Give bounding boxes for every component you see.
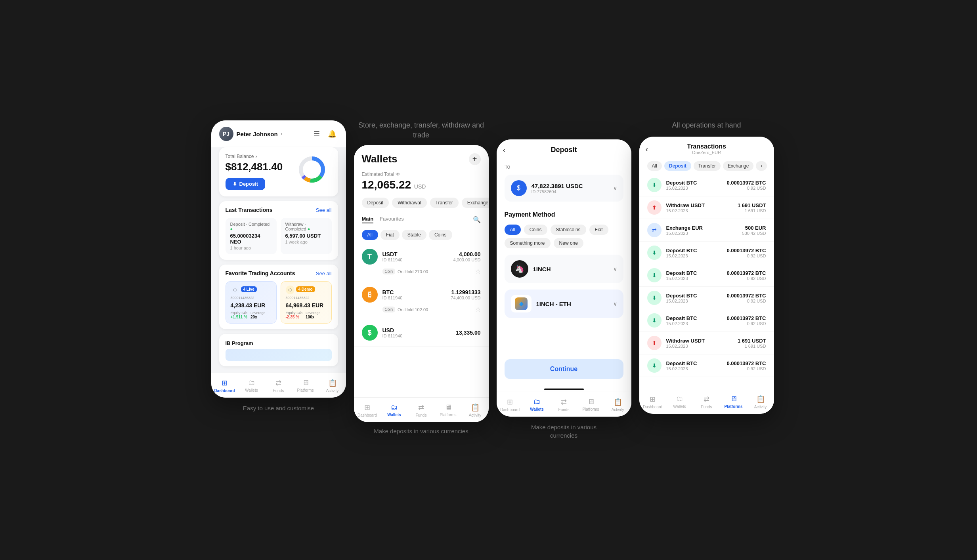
p2-nav-activity[interactable]: 📋 Activity [462, 402, 489, 419]
trading-card-live[interactable]: ⬡ 4 Live 300011435322 4,238.43 EUR Equit… [226, 281, 277, 324]
p3-nav-funds[interactable]: ⇄ Funds [551, 396, 577, 413]
last-tx-see-all[interactable]: See all [316, 207, 332, 213]
tx-row-3[interactable]: ⬇ Deposit BTC 15.02.2023 0.00013972 BTC … [639, 242, 774, 264]
tx-usd-0: 0.92 USD [727, 186, 766, 190]
search-button[interactable]: 🔍 [473, 216, 481, 223]
wallet-usd[interactable]: $ USD ID 611940 13,335.00 [354, 319, 489, 347]
p2-nav-wallets[interactable]: 🗂 Wallets [381, 402, 408, 419]
tx-row-8[interactable]: ⬇ Deposit BTC 15.02.2023 0.00013972 BTC … [639, 354, 774, 377]
bell-icon[interactable]: 🔔 [326, 128, 338, 140]
coin-tab-fiat[interactable]: Fiat [380, 230, 400, 240]
tx-tab-deposit[interactable]: Deposit [664, 161, 691, 171]
p4-nav-funds[interactable]: ⇄ Funds [693, 393, 720, 411]
trading-card-demo[interactable]: ⬡ 4 Demo 300011435322 64,968.43 EUR Equi… [281, 281, 332, 324]
filter-withdrawal[interactable]: Withdrawal [392, 198, 426, 208]
tx-row-2[interactable]: ⇄ Exchange EUR 15.02.2023 500 EUR 530.42… [639, 219, 774, 242]
p4-nav-funds-label: Funds [701, 405, 712, 409]
coin-tab-coins[interactable]: Coins [429, 230, 452, 240]
balance-inner: Total Balance › $812,481.40 ⬇ Deposit [226, 154, 332, 190]
payment-tab-something-more[interactable]: Something more [505, 238, 551, 248]
back-button[interactable]: ‹ [503, 145, 506, 154]
tx-tab-more[interactable]: › [756, 161, 767, 171]
p4-nav-wallets[interactable]: 🗂 Wallets [666, 393, 693, 411]
tx-row-5[interactable]: ⬇ Deposit BTC 15.02.2023 0.00013972 BTC … [639, 287, 774, 309]
deposit-button[interactable]: ⬇ Deposit [226, 178, 266, 190]
p4-back-button[interactable]: ‹ [646, 145, 648, 154]
account-selector[interactable]: $ 47,822.3891 USDC ID:77582604 ∨ [505, 175, 623, 202]
payment-tab-new-one[interactable]: New one [554, 238, 583, 248]
tab-main[interactable]: Main [362, 216, 374, 223]
phone3-header: ‹ Deposit [497, 139, 631, 160]
tx-row-1[interactable]: ⬆ Withdraw USDT 15.02.2023 1 691 USDT 1 … [639, 196, 774, 219]
tx-tab-exchange[interactable]: Exchange [723, 161, 753, 171]
tab-favourites[interactable]: Favourites [380, 216, 404, 223]
tx-date-7: 15.02.2023 [666, 344, 733, 349]
filter-transfer[interactable]: Transfer [430, 198, 459, 208]
p2-nav-platforms[interactable]: 🖥 Platforms [435, 402, 462, 419]
nav-platforms[interactable]: 🖥 Platforms [292, 377, 319, 394]
p3-nav-funds-label: Funds [558, 408, 570, 412]
tx-val-1: 1 691 USDT [738, 202, 766, 208]
tx-amount-0: 65.00003234 NEO [230, 233, 272, 245]
nav-wallets[interactable]: 🗂 Wallets [238, 377, 265, 394]
tx-row-6[interactable]: ⬇ Deposit BTC 15.02.2023 0.00013972 BTC … [639, 309, 774, 332]
tx-name-1: Withdraw USDT [666, 202, 733, 208]
nav-funds[interactable]: ⇄ Funds [265, 377, 292, 394]
tx-row-4[interactable]: ⬇ Deposit BTC 15.02.2023 0.00013972 BTC … [639, 264, 774, 287]
filter-exchange[interactable]: Exchange [462, 198, 489, 208]
1inch-chevron-icon: ∨ [613, 266, 617, 272]
usd-id: ID 611940 [382, 333, 451, 338]
eth-sub-icon: 🔷 [515, 297, 528, 310]
nav-dashboard[interactable]: ⊞ Dashboard [211, 377, 238, 394]
funds-icon: ⇄ [275, 379, 281, 387]
demo-badge: 4 Demo [296, 286, 315, 292]
tx-row-7[interactable]: ⬆ Withdraw USDT 15.02.2023 1 691 USDT 1 … [639, 332, 774, 354]
wallet-usdt[interactable]: T USDT ID 611940 4,000.00 4,000.00 USD C… [354, 243, 489, 281]
trading-see-all[interactable]: See all [316, 270, 332, 276]
tx-val-8: 0.00013972 BTC [727, 360, 766, 366]
tx-tab-all[interactable]: All [647, 161, 662, 171]
usdt-star-button[interactable]: ☆ [475, 268, 481, 275]
tx-date-0: 15.02.2023 [666, 186, 722, 190]
coin-tab-stable[interactable]: Stable [402, 230, 426, 240]
coin-tab-all[interactable]: All [362, 230, 378, 240]
tx-name-2: Exchange EUR [666, 225, 738, 231]
payment-tab-fiat[interactable]: Fiat [589, 225, 608, 235]
p3-nav-activity[interactable]: 📋 Activity [604, 396, 631, 413]
1inch-icon: 🦄 [511, 260, 528, 278]
tx-type-0: Deposit · Completed ● [230, 222, 272, 231]
p4-nav-activity[interactable]: 📋 Activity [747, 393, 774, 411]
usd-amount: 13,335.00 [456, 330, 480, 336]
p3-nav-platforms[interactable]: 🖥 Platforms [577, 396, 604, 413]
continue-button[interactable]: Continue [505, 359, 623, 379]
caption-bottom-center: Make deposits in various currencies [374, 427, 468, 435]
estimated-label: Estimated Total 👁 [362, 171, 481, 177]
p4-nav-dashboard[interactable]: ⊞ Dashboard [639, 393, 666, 411]
live-leverage-label: Leverage [250, 311, 266, 315]
tx-row-0[interactable]: ⬇ Deposit BTC 15.02.2023 0.00013972 BTC … [639, 174, 774, 196]
p2-nav-funds[interactable]: ⇄ Funds [408, 402, 435, 419]
payment-option-1inch[interactable]: 🦄 1INCH ∨ [505, 255, 623, 283]
tx-date-2: 15.02.2023 [666, 231, 738, 236]
payment-option-1inch-eth[interactable]: 🔷 1INCH - ETH ∨ [505, 290, 623, 318]
menu-icon[interactable]: ☰ [312, 128, 321, 140]
wallet-list-header: Main Favourites 🔍 [354, 213, 489, 227]
tx-val-0: 0.00013972 BTC [727, 180, 766, 186]
payment-tab-stablecoins[interactable]: Stablecoins [551, 225, 586, 235]
nav-activity[interactable]: 📋 Activity [319, 377, 346, 394]
tx-date-3: 15.02.2023 [666, 253, 722, 258]
wallet-usdt-row: T USDT ID 611940 4,000.00 4,000.00 USD [362, 249, 481, 265]
payment-tab-all[interactable]: All [505, 225, 521, 235]
wallet-btc[interactable]: ₿ BTC ID 611940 1.12991333 74,400.00 USD… [354, 281, 489, 319]
demo-leverage-val: 100x [306, 315, 321, 319]
filter-deposit[interactable]: Deposit [362, 198, 389, 208]
p3-nav-dashboard[interactable]: ⊞ Dashboard [497, 396, 524, 413]
p3-nav-wallets[interactable]: 🗂 Wallets [524, 396, 551, 413]
btc-star-button[interactable]: ☆ [475, 306, 481, 313]
p4-nav-dashboard-label: Dashboard [643, 405, 662, 409]
tx-tab-transfer[interactable]: Transfer [694, 161, 721, 171]
payment-tab-coins[interactable]: Coins [524, 225, 547, 235]
add-wallet-button[interactable]: + [469, 153, 481, 165]
p2-nav-dashboard[interactable]: ⊞ Dashboard [354, 402, 381, 419]
p4-nav-platforms[interactable]: 🖥 Platforms [720, 393, 747, 411]
